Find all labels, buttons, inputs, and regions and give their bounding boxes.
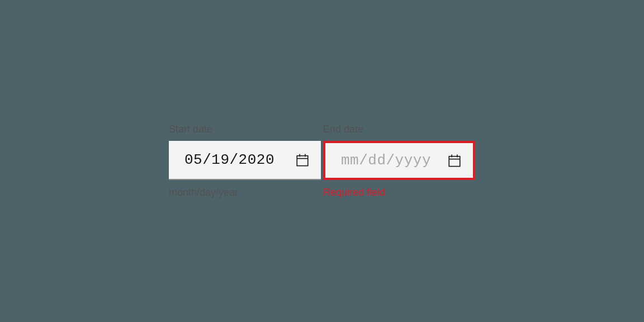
start-date-input-wrapper[interactable]: 05/19/2020: [169, 141, 321, 180]
end-date-label: End date: [323, 124, 475, 135]
calendar-icon[interactable]: [295, 153, 310, 167]
start-date-label: Start date: [169, 124, 321, 135]
svg-rect-4: [449, 157, 460, 167]
start-date-field: Start date 05/19/2020 month/day/year: [169, 124, 321, 198]
date-range-picker: Start date 05/19/2020 month/day/year End…: [169, 124, 475, 198]
end-date-error: Required field: [323, 187, 475, 198]
svg-rect-0: [297, 156, 308, 166]
calendar-icon[interactable]: [447, 153, 462, 168]
end-date-input-wrapper[interactable]: mm/dd/yyyy: [323, 141, 475, 180]
end-date-field: End date mm/dd/yyyy Required field: [323, 124, 475, 198]
start-date-input[interactable]: 05/19/2020: [184, 151, 290, 168]
start-date-helper: month/day/year: [169, 187, 321, 198]
end-date-input[interactable]: mm/dd/yyyy: [341, 152, 442, 169]
